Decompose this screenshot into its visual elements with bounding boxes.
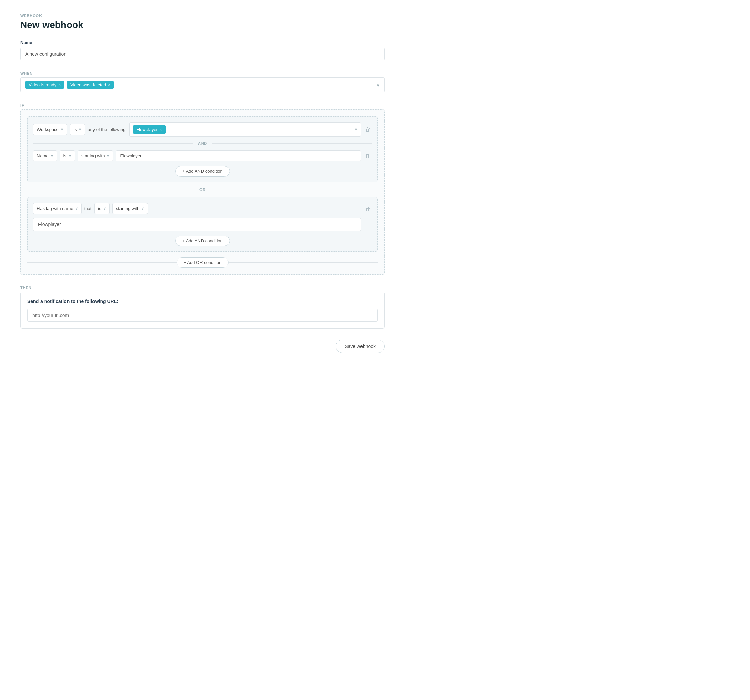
add-and-condition-2-button[interactable]: + Add AND condition <box>175 236 230 246</box>
tag-dropdown-chevron-icon: ∨ <box>355 127 357 132</box>
add-or-condition-button[interactable]: + Add OR condition <box>177 257 229 268</box>
delete-condition-2-button[interactable]: 🗑 <box>364 152 372 160</box>
when-tag-video-deleted[interactable]: Video was deleted × <box>67 81 114 89</box>
field-select-label: Workspace <box>37 127 59 132</box>
or-divider: OR <box>27 188 378 192</box>
when-dropdown[interactable]: Video is ready × Video was deleted × ∨ <box>20 77 385 92</box>
then-label: THEN <box>20 286 385 290</box>
condition-row-3-inner: Has tag with name ∨ that is ∨ starting w… <box>33 203 361 231</box>
any-following-label: any of the following: <box>88 127 127 132</box>
trash-icon-2: 🗑 <box>365 153 370 159</box>
condition-group-2: Has tag with name ∨ that is ∨ starting w… <box>27 197 378 252</box>
field-select-workspace[interactable]: Workspace ∨ <box>33 124 67 135</box>
when-chevron-icon: ∨ <box>377 82 380 88</box>
that-text: that <box>85 206 92 211</box>
qualifier-chevron-icon: ∨ <box>107 154 109 158</box>
add-and-condition-1-button[interactable]: + Add AND condition <box>175 166 230 177</box>
if-container: Workspace ∨ is ∨ any of the following: F… <box>20 109 385 275</box>
condition-row-1: Workspace ∨ is ∨ any of the following: F… <box>33 122 372 137</box>
condition-row-3: Has tag with name ∨ that is ∨ starting w… <box>33 203 361 214</box>
has-tag-value-input[interactable] <box>33 218 361 231</box>
condition-row-3-wrapper: Has tag with name ∨ that is ∨ starting w… <box>33 203 372 231</box>
url-input[interactable] <box>27 309 378 322</box>
qualifier-select-starting-with[interactable]: starting with ∨ <box>78 150 113 161</box>
field-chevron-icon: ∨ <box>61 127 63 132</box>
field-select-has-tag[interactable]: Has tag with name ∨ <box>33 203 82 214</box>
operator-label: is <box>74 127 77 132</box>
tag-value-dropdown[interactable]: Flowplayer × ∨ <box>129 122 361 137</box>
delete-condition-3-button[interactable]: 🗑 <box>364 205 372 213</box>
save-row: Save webhook <box>20 339 385 353</box>
name-input[interactable] <box>20 48 385 60</box>
field-name-label: Name <box>37 153 49 158</box>
trash-icon: 🗑 <box>365 127 370 133</box>
flowplayer-tag-label: Flowplayer <box>136 127 158 132</box>
save-webhook-button[interactable]: Save webhook <box>335 339 385 353</box>
qualifier-2-chevron-icon: ∨ <box>141 206 144 210</box>
operator-select-is-3[interactable]: is ∨ <box>94 203 109 214</box>
then-box: Send a notification to the following URL… <box>20 292 385 329</box>
add-and-condition-row-2: + Add AND condition <box>33 236 372 246</box>
add-or-condition-row: + Add OR condition <box>27 257 378 268</box>
trash-icon-3: 🗑 <box>365 206 370 212</box>
operator-chevron-icon: ∨ <box>78 127 81 132</box>
when-tag-label: Video is ready <box>29 82 56 88</box>
if-label: IF <box>20 103 385 107</box>
qualifier-2-label: starting with <box>116 206 140 211</box>
operator-is-2-label: is <box>63 153 66 158</box>
name-value-input[interactable] <box>116 150 361 161</box>
page-title: New webhook <box>20 20 385 31</box>
condition-row-2: Name ∨ is ∨ starting with ∨ 🗑 <box>33 150 372 161</box>
when-tag-label-2: Video was deleted <box>70 82 106 88</box>
operator-is-3-label: is <box>98 206 101 211</box>
field-select-name[interactable]: Name ∨ <box>33 150 57 161</box>
qualifier-select-starting-with-2[interactable]: starting with ∨ <box>112 203 148 214</box>
delete-condition-1-button[interactable]: 🗑 <box>364 125 372 134</box>
flowplayer-tag-close-icon[interactable]: × <box>160 127 162 132</box>
webhook-label: WEBHOOK <box>20 14 385 18</box>
flowplayer-tag[interactable]: Flowplayer × <box>133 125 165 134</box>
and-label-1: AND <box>194 141 212 146</box>
operator-select-is-2[interactable]: is ∨ <box>60 150 75 161</box>
field-has-tag-label: Has tag with name <box>37 206 73 211</box>
then-box-title: Send a notification to the following URL… <box>27 299 378 304</box>
or-label: OR <box>195 188 210 192</box>
qualifier-label: starting with <box>81 153 105 158</box>
when-tag-close-icon-2[interactable]: × <box>108 83 111 88</box>
when-tag-close-icon[interactable]: × <box>58 83 61 88</box>
operator-is-2-chevron-icon: ∨ <box>69 154 71 158</box>
field-has-tag-chevron-icon: ∨ <box>75 206 78 210</box>
and-divider-1: AND <box>33 141 372 146</box>
add-and-condition-row-1: + Add AND condition <box>33 166 372 177</box>
field-name-chevron-icon: ∨ <box>51 154 53 158</box>
operator-is-3-chevron-icon: ∨ <box>103 206 106 210</box>
name-label: Name <box>20 40 385 45</box>
when-label: WHEN <box>20 71 385 75</box>
condition-group-1: Workspace ∨ is ∨ any of the following: F… <box>27 117 378 182</box>
when-tag-video-ready[interactable]: Video is ready × <box>25 81 64 89</box>
operator-select-is[interactable]: is ∨ <box>70 124 85 135</box>
